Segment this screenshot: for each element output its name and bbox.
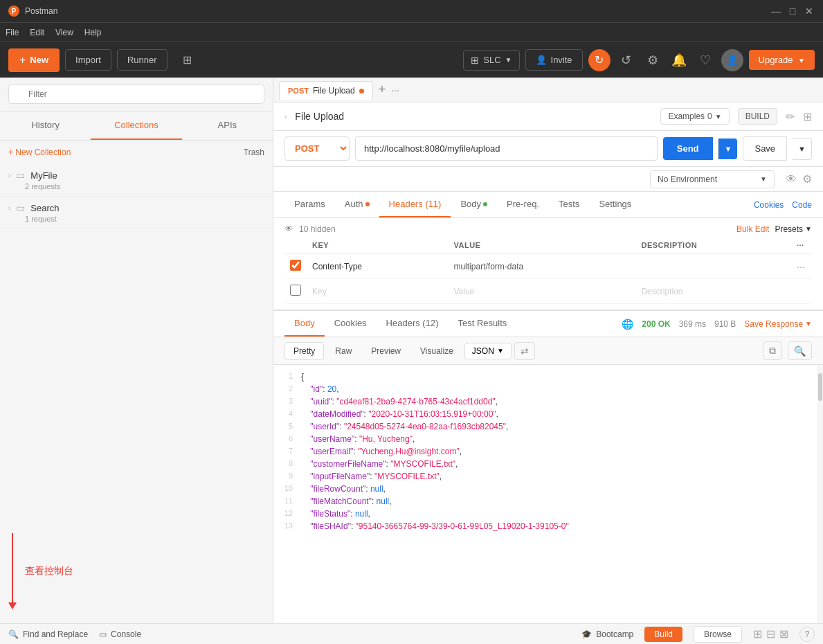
app-title: Postman <box>25 6 57 16</box>
code-line: 4 "dateModified": "2020-10-31T16:03:15.9… <box>273 408 817 420</box>
tab-auth[interactable]: Auth <box>335 192 379 217</box>
resp-tab-headers[interactable]: Headers (12) <box>377 311 449 337</box>
value-cell[interactable]: multipart/form-data <box>448 254 635 279</box>
wrap-button[interactable]: ⇄ <box>514 342 535 360</box>
search-button[interactable]: 🔍 <box>788 341 812 360</box>
tab-params[interactable]: Params <box>284 192 335 217</box>
key-cell[interactable]: Content-Type <box>307 254 448 279</box>
menu-help[interactable]: Help <box>84 28 102 37</box>
empty-desc-cell[interactable]: Description <box>635 279 791 304</box>
code-editor[interactable]: 1 { 2 "id": 20, 3 "uuid": "cd4eaf81-2ba9… <box>273 365 817 623</box>
new-button[interactable]: + New <box>8 48 60 72</box>
empty-checkbox-cell[interactable] <box>284 279 307 304</box>
resp-tab-test-results[interactable]: Test Results <box>448 311 516 337</box>
list-item[interactable]: › ▭ Search 1 request <box>0 197 273 229</box>
workspaces-icon-button[interactable]: ⊞ <box>173 48 201 71</box>
desc-cell[interactable] <box>635 254 791 279</box>
request-tab-file-upload[interactable]: POST File Upload <box>279 81 373 100</box>
empty-value-cell[interactable]: Value <box>448 279 635 304</box>
chevron-icon: › <box>8 172 10 179</box>
tab-collections[interactable]: Collections <box>91 111 181 140</box>
format-selector[interactable]: JSON ▼ <box>464 343 512 359</box>
import-button[interactable]: Import <box>65 49 111 71</box>
maximize-button[interactable]: □ <box>787 6 798 17</box>
edit-icon[interactable]: ✏ <box>786 110 795 123</box>
content-area: POST File Upload + ··· › File Upload Exa… <box>273 78 823 623</box>
expand-icon[interactable]: › <box>284 113 287 120</box>
presets-button[interactable]: Presets ▼ <box>775 224 812 234</box>
row-checkbox-cell[interactable] <box>284 254 307 279</box>
save-button[interactable]: Save <box>743 136 787 161</box>
build-tab-button[interactable]: Build <box>644 627 682 642</box>
tab-history[interactable]: History <box>0 111 91 140</box>
invite-button[interactable]: 👤 Invite <box>525 49 583 71</box>
url-input[interactable] <box>355 136 658 161</box>
resp-tab-body[interactable]: Body <box>284 311 325 337</box>
notifications-icon[interactable]: 🔔 <box>669 50 689 71</box>
layout-two-col-icon[interactable]: ⊞ <box>753 627 762 641</box>
empty-key-cell[interactable]: Key <box>307 279 448 304</box>
row-checkbox[interactable] <box>290 260 301 271</box>
url-bar: POST GET PUT DELETE Send ▼ Save ▼ <box>273 131 823 167</box>
empty-checkbox[interactable] <box>290 285 301 296</box>
tab-tests[interactable]: Tests <box>549 192 589 217</box>
environment-selector[interactable]: No Environment ▼ <box>650 170 775 188</box>
menu-view[interactable]: View <box>55 28 73 37</box>
minimize-button[interactable]: — <box>770 6 781 17</box>
view-preview-button[interactable]: Preview <box>363 343 409 359</box>
cookies-link[interactable]: Cookies <box>754 200 784 210</box>
chevron-down-format: ▼ <box>497 347 504 355</box>
more-cell[interactable]: ··· <box>791 254 812 279</box>
resp-tab-cookies[interactable]: Cookies <box>325 311 377 337</box>
scrollbar-track[interactable] <box>817 365 823 623</box>
tab-body[interactable]: Body <box>451 192 497 217</box>
new-collection-button[interactable]: + New Collection <box>8 147 71 157</box>
upgrade-button[interactable]: Upgrade ▼ <box>749 50 815 70</box>
copy-button[interactable]: ⧉ <box>763 341 782 360</box>
trash-button[interactable]: Trash <box>244 147 264 157</box>
layout-split-icon[interactable]: ⊟ <box>766 627 775 641</box>
method-select[interactable]: POST GET PUT DELETE <box>284 136 350 161</box>
layout-icon[interactable]: ⊞ <box>803 110 812 123</box>
view-pretty-button[interactable]: Pretty <box>284 342 324 360</box>
filter-input[interactable] <box>8 84 264 104</box>
hidden-badge[interactable]: 10 hidden <box>299 224 336 234</box>
menu-file[interactable]: File <box>6 28 19 37</box>
save-dropdown-button[interactable]: ▼ <box>793 138 812 160</box>
settings-icon[interactable]: ⚙ <box>642 50 663 71</box>
settings-icon-env[interactable]: ⚙ <box>802 172 812 186</box>
layout-grid-icon[interactable]: ⊠ <box>779 627 788 641</box>
view-visualize-button[interactable]: Visualize <box>412 343 462 359</box>
send-dropdown-button[interactable]: ▼ <box>718 138 738 159</box>
examples-button[interactable]: Examples 0 ▼ <box>660 108 729 125</box>
add-tab-button[interactable]: + <box>376 82 389 97</box>
heart-icon[interactable]: ♡ <box>695 50 716 71</box>
save-response-button[interactable]: Save Response ▼ <box>744 319 812 329</box>
main-toolbar: + New Import Runner ⊞ ⊞ SLC ▼ 👤 Invite ↻… <box>0 42 823 78</box>
send-button[interactable]: Send <box>663 137 713 160</box>
col-more: ··· <box>791 237 812 254</box>
workspace-selector[interactable]: ⊞ SLC ▼ <box>463 50 519 71</box>
view-raw-button[interactable]: Raw <box>327 343 360 359</box>
avatar[interactable]: 👤 <box>721 49 743 71</box>
runner-button[interactable]: Runner <box>117 49 168 71</box>
find-replace-button[interactable]: 🔍 Find and Replace <box>8 629 88 639</box>
console-button[interactable]: ▭ Console <box>99 629 141 639</box>
history-icon[interactable]: ↺ <box>616 50 637 71</box>
tab-prereq[interactable]: Pre-req. <box>497 192 549 217</box>
menu-edit[interactable]: Edit <box>30 28 44 37</box>
help-button[interactable]: ? <box>799 627 815 642</box>
tab-headers[interactable]: Headers (11) <box>379 192 451 217</box>
browse-tab-button[interactable]: Browse <box>694 626 742 643</box>
bootcamp-button[interactable]: 🎓 Bootcamp <box>581 629 633 639</box>
list-item[interactable]: › ▭ MyFile 2 requests <box>0 164 273 197</box>
tab-apis[interactable]: APIs <box>182 111 273 140</box>
sync-button[interactable]: ↻ <box>588 49 611 71</box>
close-button[interactable]: ✕ <box>804 6 815 17</box>
more-tabs-button[interactable]: ··· <box>391 84 399 96</box>
tab-settings[interactable]: Settings <box>589 192 641 217</box>
bulk-edit-button[interactable]: Bulk Edit <box>736 224 769 234</box>
build-button[interactable]: BUILD <box>738 108 777 125</box>
code-link[interactable]: Code <box>792 200 812 210</box>
eye-icon-btn[interactable]: 👁 <box>786 172 797 186</box>
